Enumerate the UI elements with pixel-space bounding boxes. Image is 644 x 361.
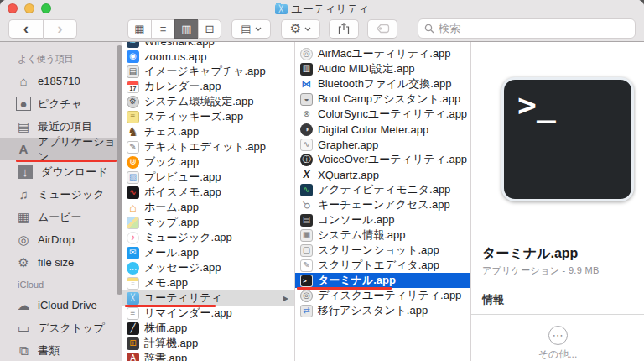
- app-item-label: AirMacユーティリティ.app: [318, 46, 451, 61]
- app-item[interactable]: ✎テキストエディット.app: [122, 139, 294, 154]
- app-item[interactable]: >ターミナル.app: [295, 273, 470, 288]
- sidebar: よく使う項目⌂e185710●ピクチャ▤最近の項目Aアプリケーション↓ダウンロー…: [0, 42, 122, 361]
- app-item-label: Grapher.app: [318, 139, 378, 151]
- sidebar-item-label: 最近の項目: [38, 119, 92, 134]
- more-ellipsis-icon[interactable]: ⋯: [548, 326, 568, 345]
- app-item[interactable]: ╳ユーティリティ▶: [122, 290, 294, 306]
- sidebar-item-applications[interactable]: Aアプリケーション: [0, 138, 122, 160]
- sidebar-item-movies[interactable]: ▦ムービー: [0, 206, 122, 228]
- app-item-label: Bluetoothファイル交換.app: [318, 76, 451, 92]
- app-item[interactable]: ⚙システム環境設定.app: [122, 94, 294, 109]
- app-item[interactable]: ≡スティッキーズ.app: [122, 109, 294, 124]
- app-item[interactable]: ▢スクリーンショット.app: [295, 243, 470, 258]
- back-button[interactable]: ‹: [8, 19, 43, 39]
- zoom-button[interactable]: [41, 3, 51, 13]
- app-item-label: アクティビティモニタ.app: [318, 182, 450, 197]
- close-button[interactable]: [8, 3, 18, 13]
- column-view-button[interactable]: ▥: [174, 19, 198, 39]
- forward-button[interactable]: ›: [43, 19, 77, 39]
- sidebar-item-downloads[interactable]: ↓ダウンロード: [0, 160, 122, 183]
- app-item[interactable]: ⊗ColorSyncユーティリティ.app: [295, 107, 470, 122]
- list-view-icon: ≡: [160, 23, 167, 35]
- app-item-label: スクリプトエディタ.app: [318, 258, 439, 273]
- app-item[interactable]: ▧プレビュー.app: [122, 170, 294, 185]
- app-item[interactable]: ≡メモ.app: [122, 275, 294, 290]
- app-item-label: ミュージック.app: [144, 230, 232, 245]
- app-item-label: テキストエディット.app: [144, 139, 266, 154]
- app-item[interactable]: ◒Boot Campアシスタント.app: [295, 92, 470, 107]
- app-item[interactable]: XXQuartz.app: [295, 167, 470, 182]
- app-item[interactable]: ≡リマインダー.app: [122, 306, 294, 321]
- search-field[interactable]: 検索: [418, 18, 636, 39]
- sidebar-item-airdrop[interactable]: ◎AirDrop: [0, 228, 122, 251]
- stickies-icon: ≡: [127, 111, 139, 123]
- app-item[interactable]: ⋓ブック.app: [122, 154, 294, 170]
- screenshot-icon: ▢: [300, 244, 313, 257]
- group-by-button[interactable]: ▤: [231, 19, 271, 39]
- app-item[interactable]: ✎スクリプトエディタ.app: [295, 258, 470, 273]
- sidebar-item-label: ピクチャ: [38, 97, 82, 112]
- app-item[interactable]: ▣システム情報.app: [295, 228, 470, 243]
- sidebar-item-desktop[interactable]: ▭デスクトップ: [0, 317, 122, 339]
- applications-column: ≋Wireshark.app◉zoom.us.app▤イメージキャプチャ.app…: [122, 42, 294, 361]
- sidebar-item-label: file size: [38, 256, 74, 269]
- forward-chevron-icon: ›: [57, 19, 62, 38]
- sidebar-item-pictures[interactable]: ●ピクチャ: [0, 92, 122, 115]
- app-item[interactable]: マップ.app: [122, 215, 294, 230]
- app-item[interactable]: ⓘVoiceOverユーティリティ.app: [295, 152, 470, 167]
- sidebar-item-documents[interactable]: ⧉書類: [0, 339, 122, 361]
- app-item[interactable]: ◉zoom.us.app: [122, 49, 294, 64]
- app-item[interactable]: ╱株価.app: [122, 321, 294, 336]
- utilities-folder-proxy-icon[interactable]: ╳: [275, 4, 288, 14]
- app-item[interactable]: A辞書.app: [122, 351, 294, 361]
- sidebar-scrollbar[interactable]: [117, 45, 122, 295]
- app-item[interactable]: ∿Grapher.app: [295, 137, 470, 152]
- stocks-icon: ╱: [127, 322, 139, 335]
- app-item[interactable]: ✉メール.app: [122, 245, 294, 260]
- view-mode-segmented-control: ▦ ≡ ▥ ⊟: [127, 19, 221, 39]
- app-item[interactable]: ◑Digital Color Meter.app: [295, 122, 470, 137]
- notes-icon: ≡: [127, 277, 139, 290]
- app-item-label: カレンダー.app: [144, 79, 221, 94]
- sidebar-item-music-note[interactable]: ♫ミュージック: [0, 183, 122, 206]
- share-button[interactable]: [329, 19, 359, 39]
- app-item[interactable]: ♪ミュージック.app: [122, 230, 294, 245]
- app-item[interactable]: ⋈Bluetoothファイル交換.app: [295, 76, 470, 92]
- home-icon: ⌂: [16, 74, 31, 88]
- app-item[interactable]: ▤コンソール.app: [295, 212, 470, 228]
- sidebar-item-icloud-drive[interactable]: ☁iCloud Drive: [0, 294, 122, 317]
- app-item[interactable]: ∿ボイスメモ.app: [122, 185, 294, 200]
- app-item[interactable]: ⇄移行アシスタント.app: [295, 303, 470, 318]
- sidebar-item-label: e185710: [38, 75, 80, 87]
- sidebar-item-label: AirDrop: [38, 233, 75, 246]
- action-menu-button[interactable]: ⚙: [281, 19, 320, 39]
- app-item[interactable]: …メッセージ.app: [122, 260, 294, 275]
- app-item[interactable]: ≋Wireshark.app: [122, 42, 294, 49]
- terminal-app-icon[interactable]: >_: [501, 77, 634, 201]
- traffic-lights: [8, 3, 51, 13]
- gallery-view-button[interactable]: ⊟: [198, 19, 221, 39]
- sidebar-item-home[interactable]: ⌂e185710: [0, 70, 122, 92]
- home-app-icon: ⌂: [127, 201, 139, 214]
- minimize-button[interactable]: [24, 3, 34, 13]
- app-item[interactable]: ⚲キーチェーンアクセス.app: [295, 197, 470, 212]
- icon-view-button[interactable]: ▦: [127, 19, 151, 39]
- list-view-button[interactable]: ≡: [151, 19, 174, 39]
- app-item[interactable]: ▤イメージキャプチャ.app: [122, 64, 294, 79]
- app-item[interactable]: ▥Audio MIDI設定.app: [295, 61, 470, 76]
- app-item[interactable]: ◎ディスクユーティリティ.app: [295, 288, 470, 303]
- app-item[interactable]: ⌂ホーム.app: [122, 200, 294, 215]
- title-bar[interactable]: ╳ ユーティリティ: [0, 0, 644, 16]
- app-item-label: ターミナル.app: [318, 273, 396, 288]
- app-item[interactable]: ∿アクティビティモニタ.app: [295, 182, 470, 197]
- reminders-icon: ≡: [127, 307, 139, 320]
- tags-button[interactable]: [367, 19, 397, 39]
- app-item[interactable]: ⊞計算機.app: [122, 336, 294, 351]
- sidebar-item-smart-folder-gear[interactable]: ⚙file size: [0, 251, 122, 274]
- divider: [471, 314, 644, 315]
- share-icon: [338, 22, 350, 35]
- app-item[interactable]: 17カレンダー.app: [122, 79, 294, 94]
- app-item[interactable]: ◎AirMacユーティリティ.app: [295, 46, 470, 61]
- app-item[interactable]: ♞チェス.app: [122, 124, 294, 139]
- app-item-label: チェス.app: [144, 124, 199, 139]
